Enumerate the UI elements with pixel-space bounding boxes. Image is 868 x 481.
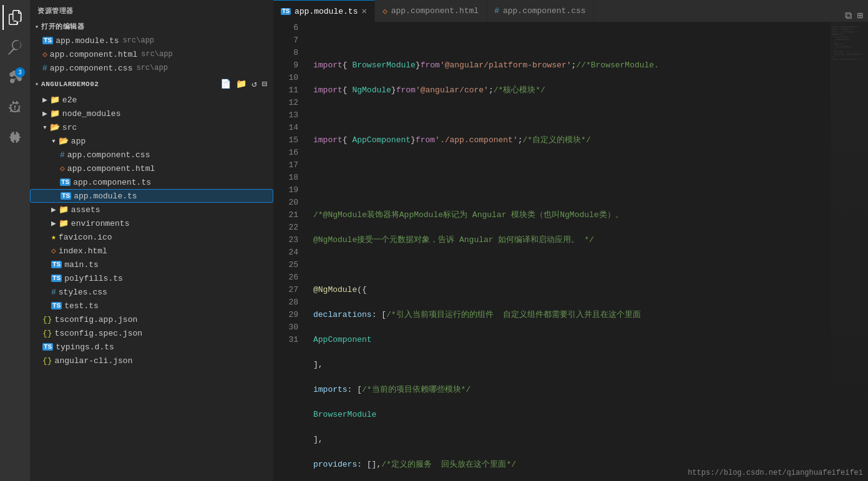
extensions-icon[interactable] [2,125,27,150]
open-file-app-component-html[interactable]: ◇ app.component.html src\app [30,47,273,61]
folder-assets[interactable]: ▶ 📁 assets [30,203,273,216]
collapse-icon[interactable]: ⊟ [261,77,268,90]
project-icons: 📄 📁 ↺ ⊟ [219,77,268,90]
file-favicon[interactable]: ★ favicon.ico [30,230,273,244]
css-icon: # [42,64,47,73]
tabs-bar: TS app.module.ts ✕ ◇ app.component.html … [273,0,868,22]
folder-environments[interactable]: ▶ 📁 environments [30,216,273,230]
file-app-module-ts[interactable]: TS app.module.ts [30,189,273,203]
tab-app-component-css[interactable]: # app.component.css [487,0,593,22]
css-icon: # [60,150,65,160]
split-editor-icon[interactable]: ⧉ [845,10,852,22]
open-file-name: app.component.css [50,64,133,73]
folder-src-chevron: ▾ [42,122,47,132]
sidebar-title: 资源管理器 [30,0,273,19]
folder-e2e-name: e2e [62,95,77,105]
open-file-name: app.component.html [50,50,137,59]
folder-node-modules[interactable]: ▶ 📁 node_modules [30,107,273,120]
files-icon[interactable] [2,5,27,30]
tab-app-module-ts[interactable]: TS app.module.ts ✕ [273,0,375,22]
filename: app.component.ts [73,178,151,187]
ts-icon: TS [42,343,53,351]
file-tsconfig-spec-json[interactable]: {} tsconfig.spec.json [30,326,273,340]
filename: app.module.ts [74,192,137,201]
filename: tsconfig.spec.json [55,329,142,338]
filename: polyfills.ts [64,274,123,283]
ts-icon: TS [61,192,71,200]
source-control-icon[interactable]: 3 [2,65,27,90]
tab-ts-icon: TS [281,8,291,15]
search-icon[interactable] [2,35,27,60]
sidebar: 资源管理器 ▾ 打开的编辑器 TS app.module.ts src\app … [30,0,273,481]
file-main-ts[interactable]: TS main.ts [30,258,273,271]
filename: app.component.css [67,150,150,160]
tab-css-icon: # [494,6,499,16]
code-line-14: @NgModule接受一个元数据对象，告诉 Angular 如何编译和启动应用。… [313,234,831,246]
tab-label: app.component.css [503,6,586,16]
file-index-html[interactable]: ◇ index.html [30,244,273,258]
filename: app.component.html [67,164,155,173]
filename: favicon.ico [59,233,112,242]
code-line-9 [313,109,831,122]
project-chevron: ▾ [35,80,39,88]
line-numbers: 6 7 8 9 10 11 12 13 14 15 16 17 18 19 20… [273,22,303,481]
file-styles-css[interactable]: # styles.css [30,285,273,299]
open-editors-header[interactable]: ▾ 打开的编辑器 [30,19,273,34]
project-header[interactable]: ▾ ANGULARDEMO02 📄 📁 ↺ ⊟ [30,75,273,93]
folder-e2e-chevron: ▶ [42,95,47,105]
ts-icon: TS [42,37,53,44]
refresh-icon[interactable]: ↺ [250,77,258,90]
toggle-layout-icon[interactable]: ⊞ [857,9,863,22]
debug-icon[interactable] [2,95,27,120]
ts-icon: TS [51,261,62,268]
tab-close-btn[interactable]: ✕ [361,7,366,16]
open-file-app-component-css[interactable]: # app.component.css src\app [30,61,273,75]
new-file-icon[interactable]: 📄 [219,77,232,90]
code-line-12 [313,184,831,197]
folder-e2e[interactable]: ▶ 📁 e2e [30,93,273,107]
html-icon: ◇ [51,246,56,256]
file-app-component-ts[interactable]: TS app.component.ts [30,175,273,189]
folder-chevron: ▶ [42,109,47,119]
tab-label: app.module.ts [295,7,358,16]
file-tsconfig-app-json[interactable]: {} tsconfig.app.json [30,313,273,326]
ico-icon: ★ [51,232,56,242]
file-test-ts[interactable]: TS test.ts [30,299,273,313]
json-icon: {} [42,329,52,338]
open-file-path: src\app [123,36,154,45]
folder-icon: 📁 [59,205,69,215]
folder-app[interactable]: ▾ 📂 app [30,134,273,148]
folder-icon: 📁 [50,109,60,119]
filename: main.ts [64,260,99,270]
tab-actions: ⧉ ⊞ [840,9,868,22]
code-line-18: AppComponent [313,334,831,346]
code-line-22: ], [313,434,831,446]
file-app-component-html[interactable]: ◇ app.component.html [30,162,273,175]
folder-icon: 📂 [59,136,69,146]
ts-icon: TS [60,178,71,186]
new-folder-icon[interactable]: 📁 [235,77,248,90]
tab-app-component-html[interactable]: ◇ app.component.html [375,0,487,22]
open-file-path: src\app [141,50,172,59]
file-angular-cli-json[interactable]: {} angular-cli.json [30,354,273,367]
ts-icon: TS [51,275,62,282]
html-icon: ◇ [42,49,47,59]
open-file-app-module-ts[interactable]: TS app.module.ts src\app [30,34,273,47]
file-app-component-css[interactable]: # app.component.css [30,148,273,162]
json-icon: {} [42,315,52,324]
folder-src[interactable]: ▾ 📂 src [30,120,273,134]
editor-content: 6 7 8 9 10 11 12 13 14 15 16 17 18 19 20… [273,22,868,481]
code-line-17: declarations: [ /*引入当前项目运行的的组件 自定义组件都需要引… [313,309,831,321]
file-typings-d-ts[interactable]: TS typings.d.ts [30,340,273,354]
file-polyfills-ts[interactable]: TS polyfills.ts [30,271,273,285]
project-name: ANGULARDEMO02 [41,80,99,88]
file-tree: ▾ ANGULARDEMO02 📄 📁 ↺ ⊟ ▶ 📁 e2e ▶ 📁 node… [30,75,273,481]
code-line-10: import { AppComponent } from './app.comp… [313,134,831,147]
code-line-19: ], [313,359,831,371]
filename: styles.css [59,288,107,297]
code-editor[interactable]: import { BrowserModule } from '@angular/… [303,22,831,481]
folder-icon: 📁 [59,218,69,228]
folder-chevron: ▶ [51,218,56,228]
code-line-15 [313,259,831,271]
open-editors-section: ▾ 打开的编辑器 TS app.module.ts src\app ◇ app.… [30,19,273,75]
